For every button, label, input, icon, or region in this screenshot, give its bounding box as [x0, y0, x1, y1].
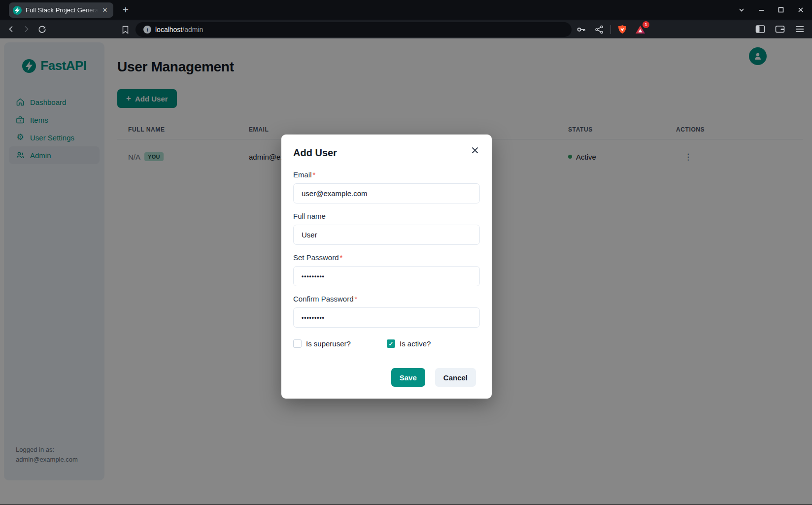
- confirm-password-field-group: Confirm Password*: [293, 295, 480, 328]
- page-viewport: FastAPI Dashboard Items ⚙ User: [0, 38, 812, 505]
- is-superuser-label: Is superuser?: [306, 339, 351, 348]
- browser-window: Full Stack Project Genera ✕ +: [0, 0, 812, 505]
- required-asterisk: *: [355, 295, 358, 303]
- url-path: /admin: [182, 26, 203, 34]
- close-window-button[interactable]: [794, 3, 807, 16]
- menu-button[interactable]: [792, 22, 807, 36]
- new-tab-button[interactable]: +: [119, 4, 132, 17]
- password-key-icon[interactable]: [574, 23, 589, 36]
- set-password-label: Set Password: [293, 253, 339, 262]
- forward-button[interactable]: [19, 22, 34, 36]
- bookmark-icon[interactable]: [118, 23, 132, 36]
- brave-rewards-icon[interactable]: 1: [633, 23, 647, 36]
- tab-strip: Full Stack Project Genera ✕ +: [0, 0, 812, 20]
- confirm-password-field[interactable]: [293, 307, 480, 328]
- tab-title: Full Stack Project Genera: [26, 6, 101, 14]
- email-field[interactable]: [293, 183, 480, 203]
- is-superuser-checkbox[interactable]: [293, 339, 302, 348]
- modal-title: Add User: [293, 144, 337, 159]
- brave-shield-icon[interactable]: [615, 23, 630, 36]
- toolbar-separator: [610, 25, 611, 34]
- site-info-icon[interactable]: i: [143, 26, 151, 34]
- password-field-group: Set Password*: [293, 253, 480, 286]
- is-active-label: Is active?: [400, 339, 431, 348]
- modal-close-button[interactable]: [468, 143, 482, 157]
- full-name-field-group: Full name: [293, 212, 480, 245]
- maximize-button[interactable]: [775, 3, 787, 16]
- back-button[interactable]: [4, 22, 19, 36]
- tab-search-chevron-icon[interactable]: [735, 3, 748, 16]
- minimize-button[interactable]: [755, 3, 768, 16]
- cancel-button[interactable]: Cancel: [435, 368, 476, 387]
- full-name-label: Full name: [293, 212, 326, 220]
- set-password-field[interactable]: [293, 266, 480, 286]
- url-bar[interactable]: i localhost/admin: [135, 22, 572, 37]
- confirm-password-label: Confirm Password: [293, 295, 354, 303]
- required-asterisk: *: [340, 253, 343, 262]
- url-host: localhost: [155, 26, 182, 34]
- rewards-notification-badge: 1: [643, 21, 649, 28]
- sidebar-toggle-button[interactable]: [753, 22, 768, 36]
- share-icon[interactable]: [592, 23, 607, 36]
- add-user-modal: Add User Email* Full name Set Password* …: [281, 135, 492, 399]
- fastapi-favicon-icon: [13, 6, 22, 15]
- full-name-field[interactable]: [293, 225, 480, 245]
- email-label: Email: [293, 170, 312, 179]
- browser-tab[interactable]: Full Stack Project Genera ✕: [9, 2, 113, 18]
- required-asterisk: *: [313, 170, 316, 179]
- save-button[interactable]: Save: [391, 368, 425, 387]
- reload-button[interactable]: [34, 22, 49, 36]
- email-field-group: Email*: [293, 170, 480, 203]
- is-active-checkbox[interactable]: ✓: [387, 339, 395, 348]
- wallet-button[interactable]: [773, 22, 787, 36]
- browser-toolbar: i localhost/admin 1: [0, 20, 812, 38]
- tab-close-icon[interactable]: ✕: [101, 6, 109, 15]
